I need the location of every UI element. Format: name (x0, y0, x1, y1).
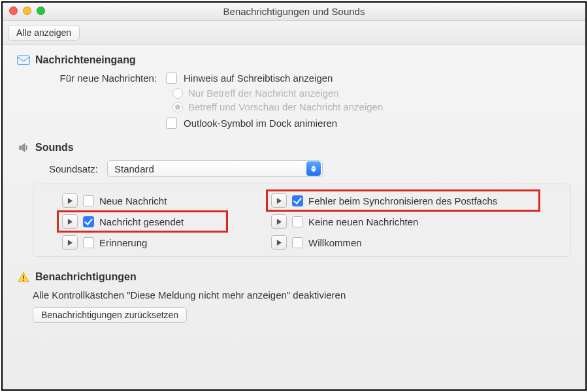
soundset-select[interactable]: Standard (107, 160, 323, 177)
notifications-description: Alle Kontrollkästchen "Diese Meldung nic… (33, 289, 571, 301)
play-button[interactable] (62, 193, 78, 208)
sound-item-willkommen: Willkommen (271, 235, 546, 250)
play-button[interactable] (271, 214, 287, 229)
sound-label: Willkommen (308, 237, 362, 248)
minimize-icon[interactable] (23, 7, 31, 15)
radio-subject-preview-label: Betreff und Vorschau der Nachricht anzei… (188, 101, 383, 112)
checkbox-sync-error[interactable] (292, 195, 303, 206)
sound-item-erinnerung: Erinnerung (62, 235, 271, 250)
checkbox-erinnerung[interactable] (83, 237, 94, 248)
reset-notifications-button[interactable]: Benachrichtigungen zurücksetzen (33, 307, 187, 323)
checkbox-nachricht-gesendet[interactable] (83, 216, 94, 227)
sound-label: Erinnerung (99, 237, 147, 248)
toolbar: Alle anzeigen (3, 21, 585, 45)
sound-label: Neue Nachricht (99, 195, 167, 206)
checkbox-animate-dock-label: Outlook-Symbol im Dock animieren (184, 118, 337, 129)
checkbox-willkommen[interactable] (292, 237, 303, 248)
radio-subject-only (172, 88, 183, 99)
show-all-button[interactable]: Alle anzeigen (8, 25, 80, 41)
soundset-value: Standard (114, 163, 154, 174)
section-incoming-header: Nachrichteneingang (17, 54, 571, 66)
row-desktop-notice: Für neue Nachrichten: Hinweis auf Schrei… (33, 73, 571, 84)
checkbox-keine-neuen[interactable] (292, 216, 303, 227)
preferences-window: Benachrichtigungen und Sounds Alle anzei… (1, 1, 587, 391)
soundset-label: Soundsatz: (33, 163, 98, 174)
row-soundset: Soundsatz: Standard (33, 160, 571, 177)
svg-rect-0 (18, 56, 29, 64)
sounds-grid: Neue Nachricht Fehler beim Synchronisier… (33, 184, 571, 257)
svg-rect-1 (23, 275, 24, 278)
svg-rect-2 (23, 280, 24, 281)
section-sounds-header: Sounds (17, 142, 571, 154)
section-incoming-title: Nachrichteneingang (35, 54, 136, 66)
checkbox-neue-nachricht[interactable] (83, 195, 94, 206)
checkbox-animate-dock[interactable] (166, 118, 177, 129)
sound-item-neue-nachricht: Neue Nachricht (62, 193, 271, 208)
sound-item-sync-error: Fehler beim Synchronisieren des Postfach… (271, 193, 546, 208)
section-notifications: Benachrichtigungen Alle Kontrollkästchen… (17, 271, 571, 323)
warning-icon (17, 271, 30, 283)
mail-icon (17, 54, 30, 66)
section-notifications-title: Benachrichtigungen (35, 271, 137, 283)
sound-item-nachricht-gesendet: Nachricht gesendet (62, 214, 271, 229)
speaker-icon (17, 142, 30, 154)
window-controls (9, 7, 45, 15)
window-title: Benachrichtigungen und Sounds (3, 6, 585, 17)
select-stepper-icon (306, 161, 321, 176)
titlebar: Benachrichtigungen und Sounds (3, 3, 585, 21)
zoom-icon[interactable] (37, 7, 45, 15)
play-button[interactable] (271, 193, 287, 208)
play-button[interactable] (62, 214, 78, 229)
row-animate-dock: Outlook-Symbol im Dock animieren (33, 118, 571, 129)
radio-subject-preview (172, 102, 183, 112)
play-button[interactable] (271, 235, 287, 250)
play-button[interactable] (62, 235, 78, 250)
checkbox-desktop-notice[interactable] (166, 73, 177, 84)
checkbox-desktop-notice-label: Hinweis auf Schreibtisch anzeigen (184, 73, 333, 84)
close-icon[interactable] (9, 7, 18, 15)
radio-row-subject-preview: Betreff und Vorschau der Nachricht anzei… (172, 101, 571, 112)
sound-label: Keine neuen Nachrichten (308, 216, 418, 227)
sound-item-keine-neuen: Keine neuen Nachrichten (271, 214, 546, 229)
sound-label: Fehler beim Synchronisieren des Postfach… (308, 195, 497, 206)
radio-row-subject-only: Nur Betreff der Nachricht anzeigen (172, 88, 571, 99)
section-notifications-header: Benachrichtigungen (17, 271, 571, 283)
radio-subject-only-label: Nur Betreff der Nachricht anzeigen (188, 88, 339, 99)
content: Nachrichteneingang Für neue Nachrichten:… (3, 45, 585, 323)
section-sounds-title: Sounds (35, 142, 74, 154)
for-new-label: Für neue Nachrichten: (33, 73, 157, 84)
sound-label: Nachricht gesendet (99, 216, 184, 227)
